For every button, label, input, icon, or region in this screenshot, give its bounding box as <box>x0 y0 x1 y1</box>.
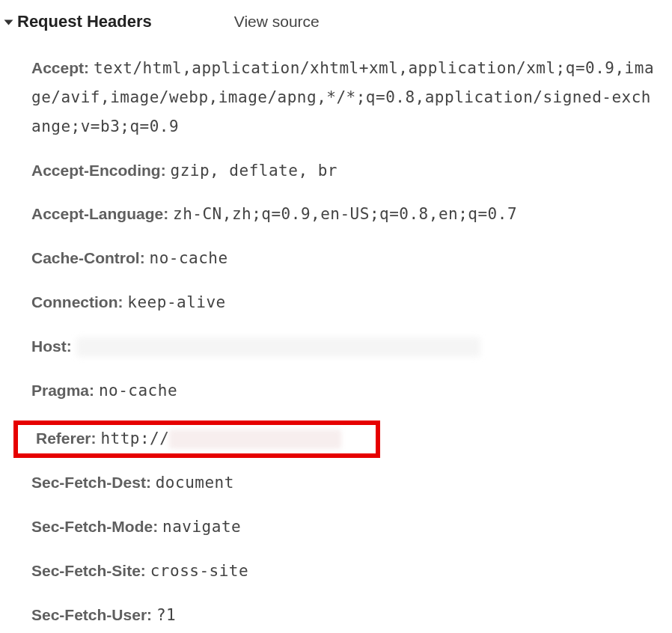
header-name: Sec-Fetch-User: <box>31 606 152 623</box>
disclosure-triangle-icon[interactable] <box>4 20 13 25</box>
header-value: gzip, deflate, br <box>171 162 337 180</box>
referer-highlight-box: Referer: http:// <box>13 421 380 458</box>
header-value: cross-site <box>150 562 248 580</box>
header-sec-fetch-site: Sec-Fetch-Site: cross-site <box>31 557 659 586</box>
header-name: Host: <box>31 337 72 355</box>
header-name: Accept-Encoding: <box>31 162 166 179</box>
header-value: document <box>156 474 234 492</box>
redacted-value <box>76 337 480 357</box>
header-name: Accept-Language: <box>31 205 168 222</box>
header-accept-language: Accept-Language: zh-CN,zh;q=0.9,en-US;q=… <box>31 200 659 229</box>
header-name: Referer: <box>36 429 97 447</box>
header-name: Accept: <box>31 59 89 76</box>
header-sec-fetch-dest: Sec-Fetch-Dest: document <box>31 468 659 498</box>
header-value: keep-alive <box>127 293 225 311</box>
redacted-value <box>169 429 341 449</box>
header-pragma: Pragma: no-cache <box>31 376 659 406</box>
headers-list: Accept: text/html,application/xhtml+xml,… <box>6 54 666 633</box>
request-headers-section-header[interactable]: Request Headers View source <box>6 12 666 31</box>
header-value: no-cache <box>99 382 177 400</box>
header-value: ?1 <box>156 606 176 624</box>
header-value-prefix: http:// <box>100 429 169 447</box>
header-accept: Accept: text/html,application/xhtml+xml,… <box>31 54 659 141</box>
view-source-link[interactable]: View source <box>234 13 320 31</box>
header-name: Cache-Control: <box>31 249 145 266</box>
header-value: no-cache <box>150 249 228 267</box>
header-value: zh-CN,zh;q=0.9,en-US;q=0.8,en;q=0.7 <box>173 205 517 223</box>
header-host: Host: <box>31 332 659 361</box>
section-title: Request Headers <box>17 12 152 31</box>
header-name: Connection: <box>31 293 123 311</box>
header-value: text/html,application/xhtml+xml,applicat… <box>31 59 654 135</box>
header-sec-fetch-user: Sec-Fetch-User: ?1 <box>31 601 659 630</box>
header-connection: Connection: keep-alive <box>31 288 659 317</box>
header-sec-fetch-mode: Sec-Fetch-Mode: navigate <box>31 513 659 542</box>
header-cache-control: Cache-Control: no-cache <box>31 244 659 273</box>
header-name: Pragma: <box>31 382 94 399</box>
header-name: Sec-Fetch-Dest: <box>31 474 151 491</box>
header-accept-encoding: Accept-Encoding: gzip, deflate, br <box>31 156 659 186</box>
header-name: Sec-Fetch-Site: <box>31 562 146 579</box>
header-name: Sec-Fetch-Mode: <box>31 518 158 535</box>
header-value: navigate <box>162 518 241 536</box>
